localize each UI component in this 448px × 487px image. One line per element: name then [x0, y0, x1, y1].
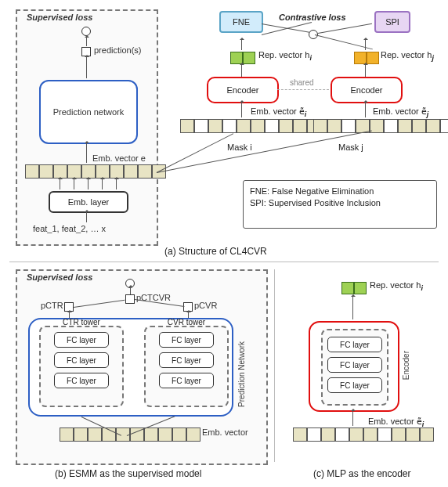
- prediction-network-box: Prediction network: [39, 80, 138, 144]
- supervised-loss-title-b: Supervised loss: [27, 272, 92, 282]
- rep-vector-right-label: Rep. vector hj: [381, 50, 434, 62]
- arrow-up-icon: [60, 179, 60, 189]
- prediction-network-big: CTR tower FC layer FC layer FC layer CVR…: [28, 318, 233, 417]
- embedding-layer-label: Emb. layer: [68, 197, 110, 207]
- arrow-up-icon: [352, 410, 353, 426]
- fc-layer: FC layer: [54, 332, 109, 348]
- fc-layer: FC layer: [327, 337, 382, 352]
- masked-emb-right-cells: [313, 119, 448, 133]
- spi-label: SPI: [385, 17, 399, 27]
- encoder-right-label: Encoder: [351, 85, 383, 95]
- arrow-up-icon: [352, 296, 353, 319]
- arrow-up-icon: [365, 39, 366, 50]
- prediction-output-label: prediction(s): [94, 45, 142, 55]
- masked-emb-left-cells: [180, 119, 321, 133]
- shared-label: shared: [290, 78, 314, 87]
- encoder-outer-box: FC layer FC layer FC layer Encoder: [309, 321, 399, 412]
- fc-layer: FC layer: [54, 352, 109, 368]
- legend-line-2: SPI: Supervised Positive Inclusion: [250, 197, 430, 209]
- emb-vector-label-b: Emb. vector: [202, 427, 248, 437]
- divider-line-vertical: [274, 269, 275, 462]
- features-label: feat_1, feat_2, … x: [33, 224, 106, 233]
- line-icon: [262, 22, 312, 35]
- encoder-side-label: Encoder: [402, 351, 410, 380]
- shared-line-icon: [277, 89, 329, 90]
- caption-a: (a) Structure of CL4CVR: [164, 246, 267, 257]
- encoder-left-label: Encoder: [227, 85, 259, 95]
- prediction-network-label: Prediction network: [53, 107, 125, 117]
- arrow-up-icon: [86, 211, 87, 222]
- cvr-tower: CVR tower FC layer FC layer FC layer: [144, 326, 229, 407]
- rep-vector-left-label: Rep. vector hi: [258, 50, 312, 62]
- arrow-up-icon: [86, 142, 87, 163]
- mask-right-label: Mask j: [338, 142, 363, 152]
- legend-line-1: FNE: False Negative Elimination: [250, 186, 430, 197]
- arrow-up-icon: [74, 179, 74, 189]
- line-icon: [74, 300, 125, 308]
- fc-layer: FC layer: [159, 373, 214, 388]
- arrow-up-icon: [241, 102, 242, 117]
- arrow-up-icon: [86, 56, 87, 78]
- supervised-loss-title: Supervised loss: [27, 13, 92, 22]
- arrow-up-icon: [88, 179, 89, 189]
- emb-vector-e-label: Emb. vector e: [92, 153, 146, 163]
- contrastive-loss-title: Contrastive loss: [279, 13, 346, 22]
- arrow-up-icon: [365, 64, 366, 77]
- fc-layer: FC layer: [159, 352, 214, 368]
- fc-layer: FC layer: [54, 373, 109, 388]
- arrow-up-icon: [241, 39, 242, 50]
- pctcvr-node: [125, 294, 135, 304]
- legend-box: FNE: False Negative Elimination SPI: Sup…: [243, 180, 437, 229]
- ctr-tower-label: CTR tower: [41, 318, 122, 326]
- encoder-inner-box: FC layer FC layer FC layer: [321, 329, 388, 406]
- prediction-network-side-label: Prediction Network: [237, 341, 246, 407]
- divider-line: [9, 262, 439, 262]
- ctr-tower: CTR tower FC layer FC layer FC layer: [39, 326, 124, 407]
- arrow-up-icon: [365, 102, 366, 117]
- fne-box: FNE: [219, 11, 263, 33]
- arrow-up-icon: [116, 179, 117, 189]
- line-icon: [318, 23, 372, 34]
- fne-label: FNE: [233, 17, 250, 27]
- supervised-panel: Supervised loss prediction(s) Prediction…: [16, 9, 158, 246]
- mask-left-label: Mask i: [227, 142, 252, 152]
- esmm-panel: Supervised loss pCTR pCTCVR pCVR CTR tow…: [16, 269, 268, 465]
- pcvr-label: pCVR: [194, 301, 217, 310]
- pctr-label: pCTR: [41, 301, 63, 310]
- cvr-tower-label: CVR tower: [146, 318, 227, 326]
- figure-page: Supervised loss prediction(s) Prediction…: [0, 0, 448, 487]
- arrow-up-icon: [86, 37, 87, 46]
- emb-vector-right-label: Emb. vector ẽj: [373, 106, 428, 118]
- emb-vector-cells: [25, 164, 166, 179]
- spi-box: SPI: [374, 11, 410, 33]
- rep-vector-label-c: Rep. vector hi: [370, 280, 423, 292]
- arrow-up-icon: [241, 64, 242, 77]
- caption-c: (c) MLP as the encoder: [313, 468, 411, 479]
- caption-b: (b) ESMM as the supervised model: [55, 468, 201, 479]
- fc-layer: FC layer: [327, 377, 382, 393]
- emb-vector-left-label: Emb. vector ẽi: [251, 106, 306, 118]
- emb-vector-label-c: Emb. vector ẽi: [368, 417, 424, 428]
- arrow-up-icon: [130, 287, 131, 294]
- arrow-up-icon: [102, 179, 103, 189]
- line-icon: [157, 133, 234, 173]
- fc-layer: FC layer: [327, 357, 382, 373]
- fc-layer: FC layer: [159, 332, 214, 348]
- masked-emb-cells-c: [293, 427, 434, 442]
- mlp-encoder-panel: Rep. vector hi FC layer FC layer FC laye…: [282, 269, 435, 462]
